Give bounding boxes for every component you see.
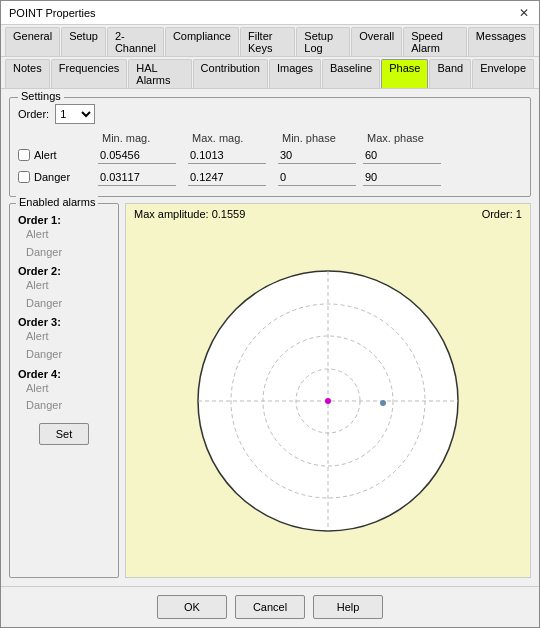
order-select[interactable]: 1 2 3 4	[55, 104, 95, 124]
alarm-order-4: Order 4:	[18, 368, 110, 380]
col-header-4: Min. phase	[278, 132, 363, 144]
alert-row: Alert	[18, 146, 522, 164]
alert-max-mag[interactable]	[188, 146, 266, 164]
help-button[interactable]: Help	[313, 595, 383, 619]
alert-min-mag[interactable]	[98, 146, 176, 164]
tab-row2-contribution[interactable]: Contribution	[193, 59, 268, 88]
danger-row: Danger	[18, 168, 522, 186]
tab-row2-hal-alarms[interactable]: HAL Alarms	[128, 59, 191, 88]
tab-row1-setup-log[interactable]: Setup Log	[296, 27, 350, 56]
tab-row2-frequencies[interactable]: Frequencies	[51, 59, 128, 88]
alarm-item-order1-danger: Danger	[18, 244, 110, 262]
tab-row2-phase[interactable]: Phase	[381, 59, 428, 88]
cancel-button[interactable]: Cancel	[235, 595, 305, 619]
col-header-1	[18, 132, 98, 144]
tab-row-2: NotesFrequenciesHAL AlarmsContributionIm…	[1, 57, 539, 89]
svg-point-7	[380, 400, 386, 406]
tab-row1-compliance[interactable]: Compliance	[165, 27, 239, 56]
alarm-item-order3-danger: Danger	[18, 346, 110, 364]
col-header-3: Max. mag.	[188, 132, 278, 144]
tab-row2-notes[interactable]: Notes	[5, 59, 50, 88]
svg-point-6	[325, 398, 331, 404]
col-header-2: Min. mag.	[98, 132, 188, 144]
tab-row2-baseline[interactable]: Baseline	[322, 59, 380, 88]
alarm-order-2: Order 2:	[18, 265, 110, 277]
content-area: Settings Order: 1 2 3 4 Min. mag. Max. m…	[1, 89, 539, 586]
max-amplitude-label: Max amplitude: 0.1559	[134, 208, 245, 220]
alert-checkbox[interactable]	[18, 149, 30, 161]
enabled-alarms-legend: Enabled alarms	[16, 196, 98, 208]
enabled-alarms-group: Enabled alarms Order 1:AlertDangerOrder …	[9, 203, 119, 578]
danger-label: Danger	[34, 171, 70, 183]
polar-canvas	[126, 224, 530, 577]
tab-row1-2-channel[interactable]: 2-Channel	[107, 27, 164, 56]
polar-header: Max amplitude: 0.1559 Order: 1	[126, 204, 530, 224]
tab-row1-overall[interactable]: Overall	[351, 27, 402, 56]
main-window: POINT Properties ✕ GeneralSetup2-Channel…	[0, 0, 540, 628]
danger-checkbox-label[interactable]: Danger	[18, 171, 98, 183]
order-label: Order:	[18, 108, 49, 120]
alarm-item-order2-danger: Danger	[18, 295, 110, 313]
footer: OK Cancel Help	[1, 586, 539, 627]
alarm-item-order4-danger: Danger	[18, 397, 110, 415]
danger-checkbox[interactable]	[18, 171, 30, 183]
table-headers: Min. mag. Max. mag. Min. phase Max. phas…	[18, 132, 522, 144]
alarm-item-order2-alert: Alert	[18, 277, 110, 295]
danger-min-mag[interactable]	[98, 168, 176, 186]
polar-chart-area: Max amplitude: 0.1559 Order: 1	[125, 203, 531, 578]
col-header-5: Max. phase	[363, 132, 448, 144]
polar-order-label: Order: 1	[482, 208, 522, 220]
alert-min-phase[interactable]	[278, 146, 356, 164]
window-title: POINT Properties	[9, 7, 96, 19]
alarm-item-order4-alert: Alert	[18, 380, 110, 398]
alarm-item-order1-alert: Alert	[18, 226, 110, 244]
settings-group: Settings Order: 1 2 3 4 Min. mag. Max. m…	[9, 97, 531, 197]
order-row: Order: 1 2 3 4	[18, 104, 522, 124]
main-area: Enabled alarms Order 1:AlertDangerOrder …	[9, 203, 531, 578]
tab-row1-speed-alarm[interactable]: Speed Alarm	[403, 27, 467, 56]
polar-svg	[183, 256, 473, 546]
tab-row1-setup[interactable]: Setup	[61, 27, 106, 56]
tab-row-1: GeneralSetup2-ChannelComplianceFilter Ke…	[1, 25, 539, 57]
danger-max-phase[interactable]	[363, 168, 441, 186]
alert-checkbox-label[interactable]: Alert	[18, 149, 98, 161]
alarm-order-3: Order 3:	[18, 316, 110, 328]
tab-row2-band[interactable]: Band	[429, 59, 471, 88]
alert-label: Alert	[34, 149, 57, 161]
tab-row1-general[interactable]: General	[5, 27, 60, 56]
title-bar: POINT Properties ✕	[1, 1, 539, 25]
alert-max-phase[interactable]	[363, 146, 441, 164]
alarm-item-order3-alert: Alert	[18, 328, 110, 346]
tab-row2-envelope[interactable]: Envelope	[472, 59, 534, 88]
tab-row1-messages[interactable]: Messages	[468, 27, 534, 56]
danger-min-phase[interactable]	[278, 168, 356, 186]
danger-max-mag[interactable]	[188, 168, 266, 186]
settings-legend: Settings	[18, 90, 64, 102]
tab-row2-images[interactable]: Images	[269, 59, 321, 88]
tab-row1-filter-keys[interactable]: Filter Keys	[240, 27, 295, 56]
close-button[interactable]: ✕	[517, 6, 531, 20]
ok-button[interactable]: OK	[157, 595, 227, 619]
alarm-order-1: Order 1:	[18, 214, 110, 226]
set-button[interactable]: Set	[39, 423, 89, 445]
